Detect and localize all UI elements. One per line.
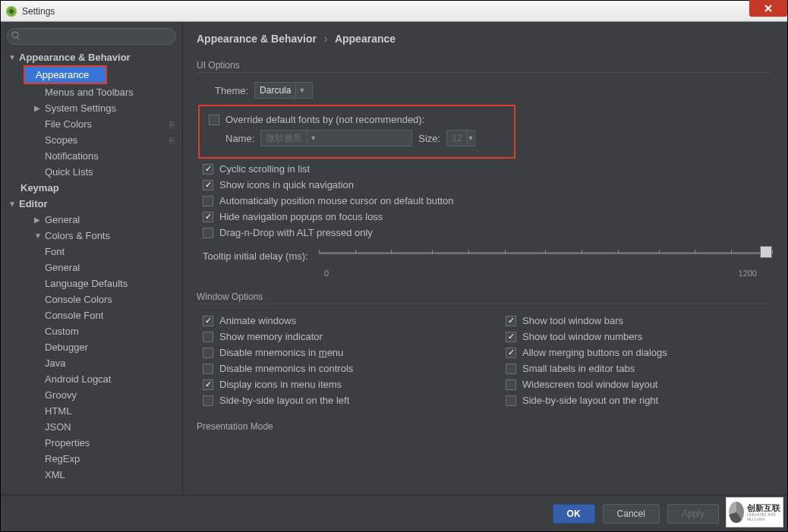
widescreen-checkbox[interactable] [506, 379, 516, 390]
sidebar-item-appearance-behavior[interactable]: ▼Appearance & Behavior [1, 49, 182, 65]
sidebar-item-editor[interactable]: ▼Editor [1, 196, 182, 212]
search-icon [11, 31, 20, 40]
sidebar-item-debugger[interactable]: Debugger [1, 339, 182, 355]
sidebar-item-json[interactable]: JSON [1, 419, 182, 435]
ok-button[interactable]: OK [553, 504, 595, 524]
show-icons-checkbox[interactable] [203, 180, 213, 190]
font-size-select[interactable]: 12 ▼ [446, 130, 475, 146]
sidebar-item-language-defaults[interactable]: Language Defaults [1, 275, 182, 291]
chevron-down-icon: ▼ [467, 131, 474, 146]
show-nums-checkbox[interactable] [506, 332, 516, 342]
window-options-title: Window Options [197, 291, 772, 304]
animate-windows-label: Animate windows [219, 315, 296, 326]
cyclic-scrolling-label: Cyclic scrolling in list [219, 163, 310, 175]
allow-merge-label: Allow merging buttons on dialogs [522, 347, 667, 358]
small-labels-checkbox[interactable] [506, 364, 516, 374]
sidebar-item-notifications[interactable]: Notifications [1, 148, 182, 164]
theme-select[interactable]: Darcula ▼ [254, 82, 313, 99]
hide-nav-label: Hide navigation popups on focus loss [219, 211, 383, 222]
sidebar-item-general[interactable]: ▶General [1, 212, 182, 228]
sidebar-item-properties[interactable]: Properties [1, 435, 182, 451]
copy-icon: ⎘ [169, 120, 175, 129]
presentation-mode-title: Presentation Mode [197, 421, 772, 433]
override-fonts-label: Override default fonts by (not recommend… [225, 114, 424, 125]
sidebar-item-colors-fonts[interactable]: ▼Colors & Fonts [1, 228, 182, 244]
font-size-value: 12 [452, 133, 462, 143]
theme-label: Theme: [215, 85, 248, 96]
display-icons-checkbox[interactable] [203, 379, 213, 390]
disable-mnemonics-menu-checkbox[interactable] [203, 348, 213, 358]
breadcrumb-a: Appearance & Behavior [197, 33, 317, 45]
font-name-label: Name: [225, 133, 254, 144]
auto-position-checkbox[interactable] [203, 196, 213, 206]
font-name-value: 微软雅黑 [266, 132, 302, 145]
auto-position-label: Automatically position mouse cursor on d… [219, 195, 454, 206]
sbs-left-label: Side-by-side layout on the left [219, 395, 349, 406]
sidebar-item-scopes[interactable]: Scopes⎘ [1, 132, 182, 148]
disable-mnemonics-menu-label: Disable mnemonics in menu [219, 347, 343, 358]
theme-value: Darcula [260, 85, 291, 96]
sidebar-item-xml[interactable]: XML [1, 467, 182, 483]
sidebar-item-file-colors[interactable]: File Colors⎘ [1, 116, 182, 132]
breadcrumb-sep: › [324, 33, 328, 45]
sidebar-item-groovy[interactable]: Groovy [1, 387, 182, 403]
sidebar-item-console-font[interactable]: Console Font [1, 307, 182, 323]
dialog-footer: OK Cancel Apply [1, 495, 787, 531]
settings-tree[interactable]: ▼Appearance & BehaviorAppearanceMenus an… [1, 49, 182, 495]
apply-button[interactable]: Apply [667, 504, 719, 524]
sidebar-item-font[interactable]: Font [1, 244, 182, 260]
search-input[interactable] [7, 28, 176, 45]
memory-indicator-label: Show memory indicator [219, 331, 323, 342]
app-icon [5, 5, 17, 17]
drag-drop-label: Drag-n-Drop with ALT pressed only [219, 227, 373, 238]
window-title: Settings [22, 6, 55, 17]
memory-indicator-checkbox[interactable] [203, 332, 213, 342]
slider-thumb[interactable] [760, 246, 772, 258]
sidebar-item-android-logcat[interactable]: Android Logcat [1, 371, 182, 387]
breadcrumb: Appearance & Behavior › Appearance [197, 33, 772, 45]
close-button[interactable] [749, 0, 787, 17]
sidebar-item-custom[interactable]: Custom [1, 323, 182, 339]
small-labels-label: Small labels in editor tabs [522, 363, 635, 374]
font-size-label: Size: [418, 133, 440, 144]
font-name-select[interactable]: 微软雅黑 ▼ [260, 130, 412, 146]
show-bars-checkbox[interactable] [506, 316, 516, 326]
main-panel: Appearance & Behavior › Appearance UI Op… [183, 22, 787, 495]
sidebar-item-regexp[interactable]: RegExp [1, 451, 182, 467]
sidebar: ▼Appearance & BehaviorAppearanceMenus an… [1, 22, 183, 495]
slider-max: 1200 [739, 269, 757, 278]
sidebar-item-system-settings[interactable]: ▶System Settings [1, 100, 182, 116]
display-icons-label: Display icons in menu items [219, 379, 342, 390]
sidebar-item-quick-lists[interactable]: Quick Lists [1, 164, 182, 180]
watermark-text: 创新互联 [747, 503, 780, 512]
widescreen-label: Widescreen tool window layout [522, 379, 657, 390]
sidebar-item-java[interactable]: Java [1, 355, 182, 371]
slider-min: 0 [324, 269, 329, 278]
sidebar-item-appearance[interactable]: Appearance [25, 67, 106, 83]
sidebar-item-keymap[interactable]: Keymap [1, 180, 182, 196]
sbs-left-checkbox[interactable] [203, 395, 213, 406]
cancel-button[interactable]: Cancel [603, 504, 660, 524]
tooltip-delay-label: Tooltip initial delay (ms): [203, 250, 308, 262]
tooltip-delay-slider[interactable] [319, 246, 772, 266]
animate-windows-checkbox[interactable] [203, 316, 213, 326]
show-bars-label: Show tool window bars [522, 315, 623, 326]
show-icons-label: Show icons in quick navigation [219, 179, 354, 190]
sbs-right-checkbox[interactable] [506, 395, 516, 406]
sidebar-item-general[interactable]: General [1, 260, 182, 275]
show-nums-label: Show tool window numbers [522, 331, 642, 342]
hide-nav-checkbox[interactable] [203, 212, 213, 222]
override-fonts-checkbox[interactable] [209, 115, 219, 125]
sidebar-item-console-colors[interactable]: Console Colors [1, 291, 182, 307]
drag-drop-checkbox[interactable] [203, 228, 213, 238]
chevron-down-icon: ▼ [295, 83, 307, 98]
copy-icon: ⎘ [169, 136, 175, 145]
allow-merge-checkbox[interactable] [506, 348, 516, 358]
disable-mnemonics-controls-checkbox[interactable] [203, 364, 213, 374]
cyclic-scrolling-checkbox[interactable] [203, 164, 213, 175]
override-fonts-group: Override default fonts by (not recommend… [198, 105, 515, 159]
breadcrumb-b: Appearance [335, 33, 396, 45]
sidebar-item-menus-and-toolbars[interactable]: Menus and Toolbars [1, 84, 182, 100]
watermark: 创新互联 CHUANG XIN HU LIAN [726, 497, 783, 527]
sidebar-item-html[interactable]: HTML [1, 403, 182, 419]
